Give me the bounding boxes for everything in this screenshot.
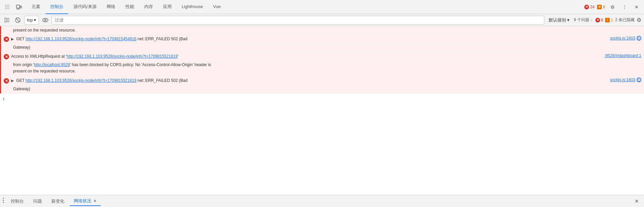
- svg-point-21: [3, 200, 4, 201]
- log-link-2[interactable]: http://192.168.1.103:9528/sockjs-node/in…: [67, 54, 178, 59]
- svg-point-18: [43, 18, 48, 22]
- repl-input-area[interactable]: ›: [0, 94, 644, 104]
- log-link-1[interactable]: http://192.168.1.103:9528/sockjs-node/in…: [25, 37, 137, 41]
- console-settings-icon[interactable]: ⚙: [637, 17, 641, 23]
- nav-icon-group: [3, 2, 23, 12]
- tab-memory[interactable]: 内存: [140, 0, 158, 14]
- device-toggle-icon[interactable]: [14, 2, 23, 12]
- toolbar-error-icon: ✕: [595, 18, 600, 22]
- close-icon[interactable]: ✕: [632, 2, 641, 12]
- log-source-2[interactable]: :9528/#/dashboard:1: [599, 53, 641, 58]
- error-count-badge[interactable]: ✕ 24: [584, 5, 594, 9]
- svg-rect-6: [8, 5, 9, 6]
- toolbar-error-badge[interactable]: ✕ 8: [595, 18, 603, 22]
- warning-badge-icon: ✕: [597, 5, 602, 9]
- log-entry-get-1: ✕ ▶ GET http://192.168.1.103:9528/sockjs…: [0, 35, 644, 44]
- expand-arrow-1[interactable]: ▶: [11, 37, 14, 41]
- tab-elements[interactable]: 元素: [27, 0, 45, 14]
- drawer-tab-issues[interactable]: 问题: [29, 197, 46, 206]
- drawer-close-button[interactable]: ✕: [632, 197, 641, 206]
- console-content[interactable]: present on the requested resource. ✕ ▶ G…: [0, 26, 644, 195]
- expand-arrow-2[interactable]: ▶: [11, 79, 14, 83]
- toolbar-warning-icon: !: [605, 18, 610, 22]
- warning-count-badge[interactable]: ✕ 8: [597, 5, 605, 9]
- dropdown-arrow-icon: ▾: [34, 17, 36, 22]
- drawer-more-icon[interactable]: [3, 197, 4, 205]
- filter-input[interactable]: [52, 16, 544, 24]
- svg-point-19: [45, 19, 46, 21]
- repl-arrow-icon: ›: [3, 96, 4, 102]
- svg-rect-0: [5, 5, 6, 6]
- log-source-3[interactable]: sockjs.js:1603 ↻: [605, 77, 641, 82]
- svg-rect-10: [20, 6, 21, 8]
- svg-rect-4: [5, 8, 6, 9]
- more-icon[interactable]: ⋮: [620, 2, 629, 12]
- error-icon-3: ✕: [4, 78, 9, 84]
- svg-point-22: [3, 202, 4, 203]
- svg-rect-2: [5, 6, 6, 7]
- clear-console-button[interactable]: [13, 16, 22, 24]
- eye-icon[interactable]: [41, 16, 50, 24]
- issue-count-label: 9 个问题：: [574, 17, 593, 23]
- svg-point-20: [3, 198, 4, 199]
- tab-console[interactable]: 控制台: [46, 0, 68, 14]
- context-selector[interactable]: top ▾: [24, 16, 39, 24]
- svg-rect-9: [16, 5, 20, 8]
- log-text-3: ▶ GET http://192.168.1.103:9528/sockjs-n…: [11, 77, 605, 84]
- svg-rect-7: [8, 6, 9, 7]
- log-source-1[interactable]: sockjs.js:1603 ↻: [605, 36, 641, 41]
- svg-rect-8: [8, 8, 9, 9]
- tab-performance[interactable]: 性能: [121, 0, 139, 14]
- svg-rect-12: [4, 18, 6, 22]
- drawer-tab-network-conditions[interactable]: 网络状况 ✕: [70, 197, 101, 206]
- sidebar-toggle-button[interactable]: [3, 16, 11, 24]
- svg-rect-3: [7, 6, 8, 7]
- tab-vue[interactable]: Vue: [208, 0, 225, 14]
- log-entry-cors-2: ✕ Access to XMLHttpRequest at 'http://19…: [0, 52, 644, 61]
- top-nav: 元素 控制台 源代码/来源 网络 性能 内存 应用 Lighthouse Vue…: [0, 0, 644, 14]
- error-icon-2: ✕: [4, 54, 9, 59]
- log-entry-cors-continuation-1: present on the requested resource.: [0, 26, 644, 35]
- log-text-2: Access to XMLHttpRequest at 'http://192.…: [11, 53, 599, 59]
- tab-network[interactable]: 网络: [102, 0, 120, 14]
- svg-rect-1: [7, 5, 8, 6]
- log-entry-cors-2-cont: from origin 'http://localhost:9528' has …: [0, 61, 644, 76]
- console-toolbar: top ▾ 默认级别 ▾ 9 个问题： ✕ 8 ! 1 2 条已隐藏 ⚙: [0, 14, 644, 26]
- tab-application[interactable]: 应用: [158, 0, 176, 14]
- drawer-close-icon[interactable]: ✕: [632, 197, 641, 206]
- drawer-tab-console[interactable]: 控制台: [7, 197, 28, 206]
- svg-line-17: [16, 18, 19, 22]
- bottom-drawer: 控制台 问题 新变化 网络状况 ✕ ✕: [0, 195, 644, 207]
- level-dropdown-arrow-icon: ▾: [567, 17, 570, 22]
- log-level-dropdown[interactable]: 默认级别 ▾: [546, 16, 572, 24]
- log-entry-get-2: ✕ ▶ GET http://192.168.1.103:9528/sockjs…: [0, 76, 644, 85]
- source-refresh-icon-2: ↻: [637, 77, 641, 82]
- cursor-icon[interactable]: [3, 2, 12, 12]
- tab-lighthouse[interactable]: Lighthouse: [177, 0, 208, 14]
- drawer-tab-close-icon[interactable]: ✕: [93, 199, 97, 203]
- error-icon-1: ✕: [4, 37, 9, 42]
- log-link-2b[interactable]: http://localhost:9528: [34, 62, 70, 67]
- log-link-3[interactable]: http://192.168.1.103:9528/sockjs-node/in…: [25, 78, 137, 83]
- tab-sources[interactable]: 源代码/来源: [69, 0, 101, 14]
- toolbar-warning-badge[interactable]: ! 1: [605, 18, 613, 22]
- log-text-1: ▶ GET http://192.168.1.103:9528/sockjs-n…: [11, 36, 605, 42]
- source-refresh-icon-1: ↻: [637, 36, 641, 41]
- log-entry-get-1-cont: Gateway): [0, 44, 644, 52]
- settings-icon[interactable]: ⚙: [608, 2, 617, 12]
- log-entry-get-2-cont: Gateway): [0, 85, 644, 94]
- error-badge-icon: ✕: [584, 5, 589, 9]
- hidden-count-label: 2 条已隐藏: [615, 17, 635, 23]
- nav-right-actions: ✕ 24 ✕ 8 ⚙ ⋮ ✕: [584, 2, 641, 12]
- svg-rect-5: [7, 8, 8, 9]
- drawer-tab-whatsnew[interactable]: 新变化: [47, 197, 68, 206]
